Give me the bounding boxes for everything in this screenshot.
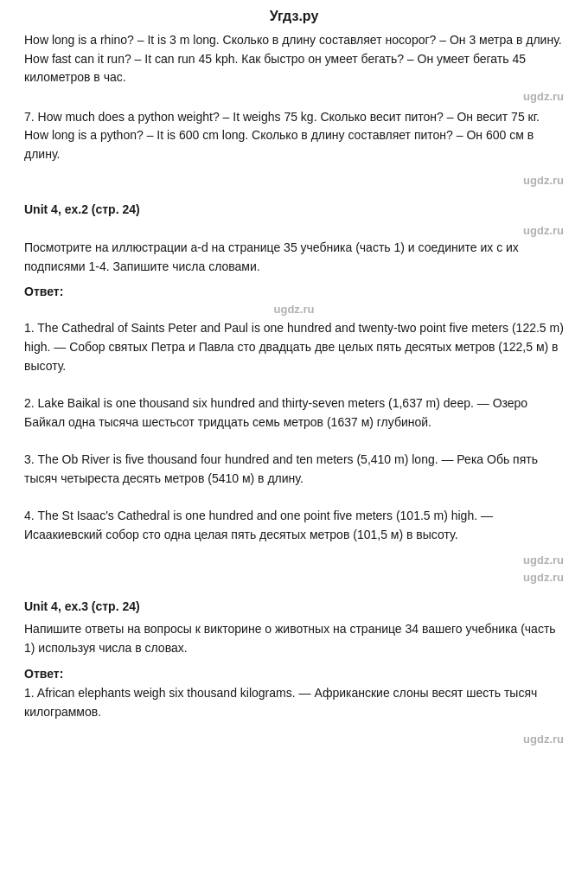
- page-header: Угдз.ру: [0, 0, 588, 31]
- intro-line-2: How fast can it run? – It can run 45 kph…: [24, 52, 526, 85]
- section2-answer-4: 4. The St Isaac's Cathedral is one hundr…: [24, 509, 493, 541]
- intro-line-1: How long is a rhino? – It is 3 m long. С…: [24, 33, 562, 47]
- intro-line-4: How long is a python? – It is 600 cm lon…: [24, 128, 534, 161]
- watermark-4: ugdz.ru: [274, 303, 315, 316]
- watermark-7: ugdz.ru: [523, 733, 564, 746]
- watermark-6: ugdz.ru: [523, 571, 564, 584]
- section2-answer-label: Ответ:: [24, 285, 564, 298]
- section2-answers: 1. The Cathedral of Saints Peter and Pau…: [24, 319, 564, 544]
- section2-answer-1: 1. The Cathedral of Saints Peter and Pau…: [24, 321, 564, 372]
- section3-answer-1: 1. African elephants weigh six thousand …: [24, 686, 537, 719]
- watermark-1: ugdz.ru: [523, 90, 564, 103]
- section2-heading: Unit 4, ex.2 (стр. 24): [24, 202, 564, 216]
- watermark-5: ugdz.ru: [523, 554, 564, 567]
- section2-instruction: Посмотрите на иллюстрации a-d на страниц…: [24, 239, 564, 276]
- section2-answer-2: 2. Lake Baikal is one thousand six hundr…: [24, 396, 527, 429]
- intro-text-block: How long is a rhino? – It is 3 m long. С…: [24, 31, 564, 164]
- watermark-3: ugdz.ru: [523, 224, 564, 237]
- section3-answer-label: Ответ:: [24, 667, 564, 681]
- intro-line-3: 7. How much does a python weight? – It w…: [24, 110, 540, 124]
- watermark-2: ugdz.ru: [523, 174, 564, 187]
- section3-heading: Unit 4, ex.3 (стр. 24): [24, 599, 564, 613]
- section3-answers: 1. African elephants weigh six thousand …: [24, 684, 564, 721]
- section3-instruction: Напишите ответы на вопросы к викторине о…: [24, 620, 564, 657]
- section2-answer-3: 3. The Ob River is five thousand four hu…: [24, 452, 538, 485]
